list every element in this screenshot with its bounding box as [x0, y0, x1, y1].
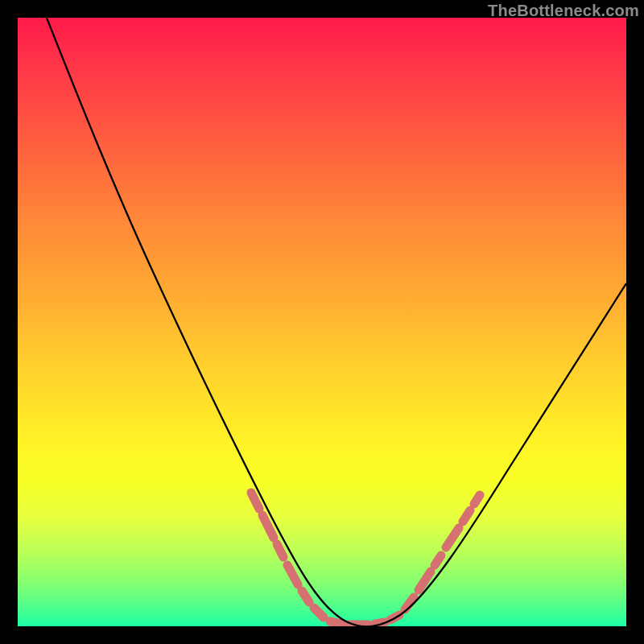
dash-seg: [435, 555, 441, 565]
watermark-text: TheBottleneck.com: [488, 2, 639, 20]
dash-seg: [330, 621, 341, 624]
dash-seg: [287, 565, 298, 584]
chart-plot-area: [18, 18, 626, 626]
dash-seg: [302, 591, 309, 602]
bottleneck-curve: [18, 18, 626, 626]
dash-seg: [463, 510, 470, 522]
dash-seg: [446, 528, 459, 547]
curve-path: [37, 18, 626, 626]
dash-seg: [277, 544, 283, 557]
dash-seg: [251, 493, 259, 509]
dash-seg: [474, 495, 480, 504]
dash-seg: [314, 608, 324, 617]
